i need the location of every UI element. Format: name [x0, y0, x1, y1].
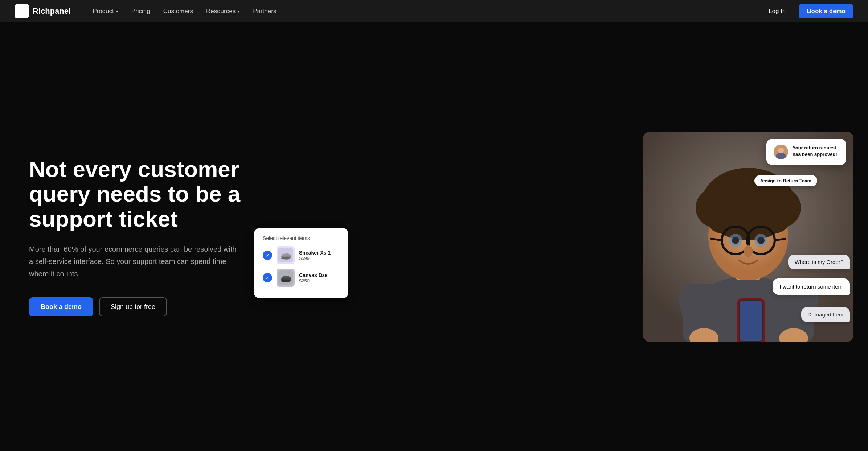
hero-subtitle: More than 60% of your ecommerce queries …	[29, 243, 239, 280]
nav-partners[interactable]: Partners	[253, 8, 276, 15]
svg-rect-30	[740, 301, 762, 341]
book-demo-button[interactable]: Book a demo	[29, 297, 93, 316]
hero-section: Not every customer query needs to be a s…	[0, 22, 868, 451]
svg-point-12	[707, 204, 736, 233]
nav-customers[interactable]: Customers	[163, 8, 193, 15]
hero-visual: Your return request has been approved! A…	[276, 132, 853, 342]
approved-bubble-text: Your return request has been approved!	[793, 145, 839, 158]
resources-chevron-icon: ▾	[238, 9, 240, 14]
assign-badge[interactable]: Assign to Return Team	[754, 175, 817, 186]
signup-button[interactable]: Sign up for free	[99, 297, 167, 316]
where-order-bubble: Where is my Order?	[788, 255, 850, 269]
brand-name: Richpanel	[33, 7, 71, 16]
hero-title: Not every customer query needs to be a s…	[29, 157, 283, 231]
approved-bubble: Your return request has been approved!	[766, 139, 846, 165]
book-demo-nav-button[interactable]: Book a demo	[799, 4, 853, 18]
damaged-bubble: Damaged Item	[801, 307, 850, 322]
svg-point-21	[732, 237, 739, 244]
user-avatar	[774, 145, 788, 159]
svg-point-32	[778, 148, 784, 153]
hero-content: Not every customer query needs to be a s…	[29, 157, 283, 316]
hero-buttons: Book a demo Sign up for free	[29, 297, 283, 316]
svg-point-13	[761, 204, 790, 233]
nav-product[interactable]: Product ▾	[93, 8, 118, 15]
logo-icon: ♻	[15, 4, 29, 18]
logo[interactable]: ♻ Richpanel	[15, 4, 71, 18]
nav-pricing[interactable]: Pricing	[131, 8, 150, 15]
nav-actions: Log In Book a demo	[763, 4, 853, 18]
nav-links: Product ▾ Pricing Customers Resources ▾ …	[93, 8, 763, 15]
return-bubble: I want to return some item	[773, 278, 850, 295]
product-chevron-icon: ▾	[116, 9, 118, 14]
nav-resources[interactable]: Resources ▾	[206, 8, 240, 15]
item-info-1: Sneaker Xs 1 $599	[299, 250, 331, 261]
login-button[interactable]: Log In	[763, 5, 791, 18]
svg-point-23	[744, 245, 753, 257]
navbar: ♻ Richpanel Product ▾ Pricing Customers …	[0, 0, 868, 22]
svg-point-22	[757, 237, 765, 244]
item-info-2: Canvas Dze $250	[299, 272, 328, 284]
